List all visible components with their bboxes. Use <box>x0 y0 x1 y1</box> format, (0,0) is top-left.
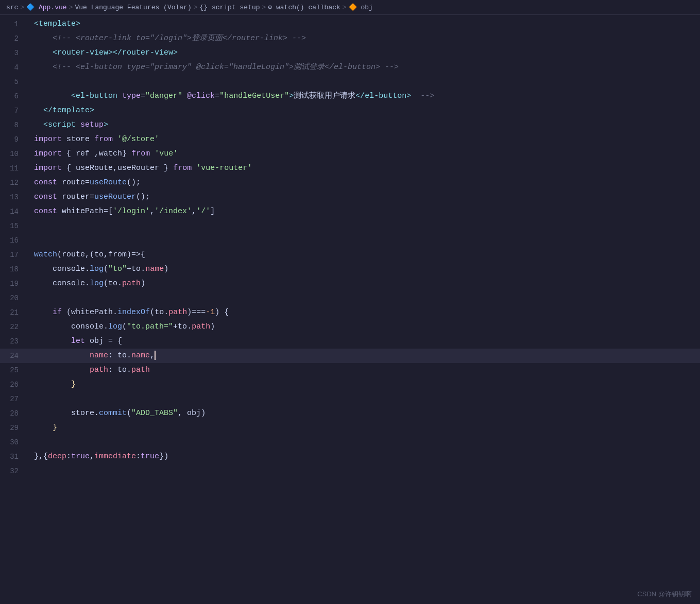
breadcrumb-file[interactable]: 🔷 App.vue <box>26 3 66 11</box>
code-line-4: 4 <!-- <el-button type="primary" @click=… <box>0 60 700 75</box>
breadcrumb-volar[interactable]: Vue Language Features (Volar) <box>75 4 191 11</box>
code-line-18: 18 console.log("to"+to.name) <box>0 262 700 277</box>
code-line-7: 7 </template> <box>0 103 700 118</box>
code-line-30: 30 <box>0 435 700 450</box>
breadcrumb-watch[interactable]: ⚙ watch() callback <box>268 3 340 11</box>
code-line-22: 22 console.log("to.path="+to.path) <box>0 320 700 334</box>
code-line-2: 2 <!-- <router-link to="/login">登录页面</ro… <box>0 31 700 46</box>
code-line-32: 32 <box>0 464 700 478</box>
breadcrumb-script[interactable]: {} script setup <box>200 4 260 11</box>
code-line-21: 21 if (whitePath.indexOf(to.path)===-1) … <box>0 305 700 320</box>
code-line-12: 12 const route=useRoute(); <box>0 176 700 190</box>
breadcrumb-sep3: > <box>194 4 198 11</box>
breadcrumb-sep4: > <box>262 4 266 11</box>
code-line-8: 8 <script setup> <box>0 118 700 132</box>
code-line-13: 13 const router=useRouter(); <box>0 190 700 204</box>
breadcrumb-bar: src > 🔷 App.vue > Vue Language Features … <box>0 0 700 15</box>
code-line-3: 3 <router-view></router-view> <box>0 46 700 60</box>
code-line-10: 10 import { ref ,watch} from 'vue' <box>0 147 700 161</box>
code-editor: 1 <template> 2 <!-- <router-link to="/lo… <box>0 15 700 478</box>
code-line-11: 11 import { useRoute,useRouter } from 'v… <box>0 161 700 176</box>
code-line-23: 23 let obj = { <box>0 334 700 349</box>
breadcrumb-sep1: > <box>20 4 24 11</box>
code-line-20: 20 <box>0 291 700 305</box>
code-line-27: 27 <box>0 392 700 406</box>
breadcrumb-obj[interactable]: 🔶 obj <box>349 3 373 11</box>
code-line-24: 24 name: to.name, <box>0 349 700 363</box>
code-line-17: 17 watch(route,(to,from)=>{ <box>0 248 700 262</box>
breadcrumb-src[interactable]: src <box>6 4 18 11</box>
code-line-31: 31 },{deep:true,immediate:true}) <box>0 450 700 464</box>
code-line-25: 25 path: to.path <box>0 363 700 377</box>
code-line-29: 29 } <box>0 421 700 435</box>
breadcrumb-sep5: > <box>343 4 347 11</box>
code-line-14: 14 const whitePath=['/login','/index','/… <box>0 204 700 219</box>
watermark: CSDN @许钥钥啊 <box>637 590 692 599</box>
code-line-19: 19 console.log(to.path) <box>0 277 700 291</box>
code-line-15: 15 <box>0 219 700 233</box>
code-line-5: 5 <box>0 75 700 89</box>
code-line-16: 16 <box>0 233 700 248</box>
code-line-9: 9 import store from '@/store' <box>0 132 700 147</box>
code-line-6: 6 <el-button type="danger" @click="handl… <box>0 89 700 103</box>
code-line-26: 26 } <box>0 377 700 392</box>
code-line-1: 1 <template> <box>0 17 700 31</box>
breadcrumb-sep2: > <box>69 4 73 11</box>
code-line-28: 28 store.commit("ADD_TABS", obj) <box>0 406 700 421</box>
